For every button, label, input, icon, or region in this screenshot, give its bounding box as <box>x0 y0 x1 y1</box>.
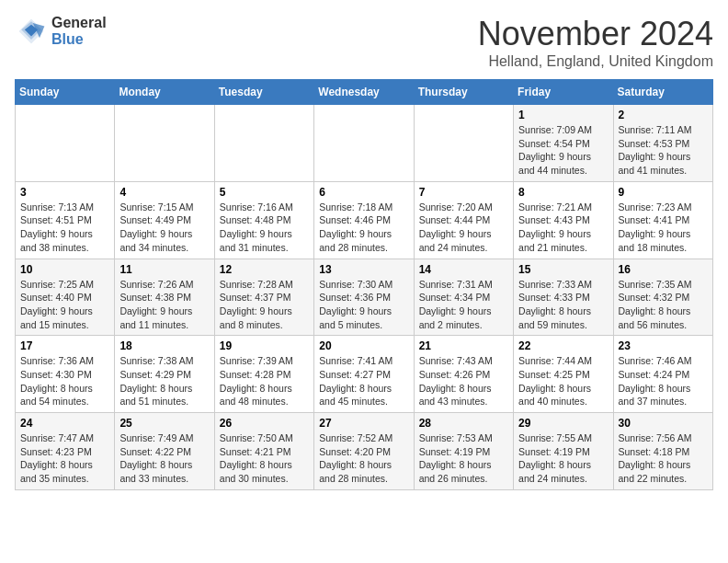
day-cell: 17Sunrise: 7:36 AM Sunset: 4:30 PM Dayli… <box>16 336 115 413</box>
day-number: 15 <box>518 263 608 276</box>
day-number: 2 <box>619 109 708 121</box>
day-number: 24 <box>20 417 109 430</box>
day-number: 4 <box>119 186 209 199</box>
day-number: 11 <box>119 263 209 276</box>
day-number: 23 <box>619 339 708 352</box>
day-info: Sunrise: 7:18 AM Sunset: 4:46 PM Dayligh… <box>319 201 408 255</box>
day-info: Sunrise: 7:23 AM Sunset: 4:41 PM Dayligh… <box>619 201 708 255</box>
day-number: 9 <box>619 186 708 199</box>
day-number: 22 <box>518 339 608 352</box>
day-info: Sunrise: 7:31 AM Sunset: 4:34 PM Dayligh… <box>419 278 508 332</box>
day-cell: 25Sunrise: 7:49 AM Sunset: 4:22 PM Dayli… <box>115 413 214 490</box>
day-cell: 20Sunrise: 7:41 AM Sunset: 4:27 PM Dayli… <box>314 336 414 413</box>
day-cell: 27Sunrise: 7:52 AM Sunset: 4:20 PM Dayli… <box>314 413 414 490</box>
day-number: 27 <box>319 417 408 430</box>
day-cell <box>115 105 214 182</box>
logo: General Blue <box>15 15 107 48</box>
day-number: 29 <box>518 417 608 430</box>
location-title: Helland, England, United Kingdom <box>478 53 713 70</box>
day-cell <box>314 105 414 182</box>
day-number: 20 <box>319 339 408 352</box>
day-number: 25 <box>119 417 209 430</box>
day-number: 12 <box>220 263 309 276</box>
header-cell-tuesday: Tuesday <box>214 80 313 105</box>
day-info: Sunrise: 7:56 AM Sunset: 4:18 PM Dayligh… <box>619 431 708 486</box>
day-cell: 14Sunrise: 7:31 AM Sunset: 4:34 PM Dayli… <box>414 259 513 336</box>
day-info: Sunrise: 7:11 AM Sunset: 4:53 PM Dayligh… <box>619 123 708 178</box>
day-info: Sunrise: 7:09 AM Sunset: 4:54 PM Dayligh… <box>518 123 608 178</box>
day-cell: 5Sunrise: 7:16 AM Sunset: 4:48 PM Daylig… <box>214 181 313 259</box>
day-info: Sunrise: 7:20 AM Sunset: 4:44 PM Dayligh… <box>419 201 508 255</box>
day-cell <box>16 105 115 182</box>
day-number: 17 <box>20 339 109 352</box>
week-row-4: 24Sunrise: 7:47 AM Sunset: 4:23 PM Dayli… <box>16 413 713 490</box>
header-cell-wednesday: Wednesday <box>314 80 414 105</box>
day-info: Sunrise: 7:49 AM Sunset: 4:22 PM Dayligh… <box>119 431 209 486</box>
month-title: November 2024 <box>478 15 713 53</box>
header-row: SundayMondayTuesdayWednesdayThursdayFrid… <box>16 80 713 105</box>
day-cell: 2Sunrise: 7:11 AM Sunset: 4:53 PM Daylig… <box>613 105 712 182</box>
day-number: 21 <box>419 339 508 352</box>
day-info: Sunrise: 7:36 AM Sunset: 4:30 PM Dayligh… <box>20 354 109 408</box>
day-info: Sunrise: 7:38 AM Sunset: 4:29 PM Dayligh… <box>119 354 209 408</box>
day-cell: 15Sunrise: 7:33 AM Sunset: 4:33 PM Dayli… <box>514 259 613 336</box>
day-cell: 22Sunrise: 7:44 AM Sunset: 4:25 PM Dayli… <box>514 336 613 413</box>
day-cell: 18Sunrise: 7:38 AM Sunset: 4:29 PM Dayli… <box>115 336 214 413</box>
title-area: November 2024 Helland, England, United K… <box>478 15 713 70</box>
day-cell <box>414 105 513 182</box>
day-info: Sunrise: 7:44 AM Sunset: 4:25 PM Dayligh… <box>518 354 608 408</box>
day-number: 3 <box>20 186 109 199</box>
day-info: Sunrise: 7:43 AM Sunset: 4:26 PM Dayligh… <box>419 354 508 408</box>
day-cell: 12Sunrise: 7:28 AM Sunset: 4:37 PM Dayli… <box>214 259 313 336</box>
day-number: 26 <box>220 417 309 430</box>
calendar-header: SundayMondayTuesdayWednesdayThursdayFrid… <box>16 80 713 105</box>
day-cell: 23Sunrise: 7:46 AM Sunset: 4:24 PM Dayli… <box>613 336 712 413</box>
header-cell-friday: Friday <box>514 80 613 105</box>
week-row-1: 3Sunrise: 7:13 AM Sunset: 4:51 PM Daylig… <box>16 181 713 259</box>
day-cell: 13Sunrise: 7:30 AM Sunset: 4:36 PM Dayli… <box>314 259 414 336</box>
logo-general: General <box>51 15 107 31</box>
day-number: 30 <box>619 417 708 430</box>
day-info: Sunrise: 7:35 AM Sunset: 4:32 PM Dayligh… <box>619 278 708 332</box>
day-cell: 1Sunrise: 7:09 AM Sunset: 4:54 PM Daylig… <box>514 105 613 182</box>
day-cell: 8Sunrise: 7:21 AM Sunset: 4:43 PM Daylig… <box>514 181 613 259</box>
day-cell: 10Sunrise: 7:25 AM Sunset: 4:40 PM Dayli… <box>16 259 115 336</box>
day-number: 13 <box>319 263 408 276</box>
day-info: Sunrise: 7:55 AM Sunset: 4:19 PM Dayligh… <box>518 431 608 486</box>
week-row-0: 1Sunrise: 7:09 AM Sunset: 4:54 PM Daylig… <box>16 105 713 182</box>
day-info: Sunrise: 7:53 AM Sunset: 4:19 PM Dayligh… <box>419 431 508 486</box>
calendar-body: 1Sunrise: 7:09 AM Sunset: 4:54 PM Daylig… <box>16 105 713 490</box>
day-info: Sunrise: 7:13 AM Sunset: 4:51 PM Dayligh… <box>20 201 109 255</box>
day-cell: 28Sunrise: 7:53 AM Sunset: 4:19 PM Dayli… <box>414 413 513 490</box>
logo-icon <box>15 15 48 48</box>
logo-blue: Blue <box>51 31 107 48</box>
day-cell: 4Sunrise: 7:15 AM Sunset: 4:49 PM Daylig… <box>115 181 214 259</box>
day-cell: 19Sunrise: 7:39 AM Sunset: 4:28 PM Dayli… <box>214 336 313 413</box>
day-info: Sunrise: 7:21 AM Sunset: 4:43 PM Dayligh… <box>518 201 608 255</box>
day-cell: 29Sunrise: 7:55 AM Sunset: 4:19 PM Dayli… <box>514 413 613 490</box>
day-cell: 16Sunrise: 7:35 AM Sunset: 4:32 PM Dayli… <box>613 259 712 336</box>
day-number: 28 <box>419 417 508 430</box>
day-cell: 21Sunrise: 7:43 AM Sunset: 4:26 PM Dayli… <box>414 336 513 413</box>
day-number: 7 <box>419 186 508 199</box>
day-info: Sunrise: 7:46 AM Sunset: 4:24 PM Dayligh… <box>619 354 708 408</box>
day-info: Sunrise: 7:39 AM Sunset: 4:28 PM Dayligh… <box>220 354 309 408</box>
week-row-3: 17Sunrise: 7:36 AM Sunset: 4:30 PM Dayli… <box>16 336 713 413</box>
day-number: 14 <box>419 263 508 276</box>
day-info: Sunrise: 7:33 AM Sunset: 4:33 PM Dayligh… <box>518 278 608 332</box>
day-cell: 6Sunrise: 7:18 AM Sunset: 4:46 PM Daylig… <box>314 181 414 259</box>
day-number: 1 <box>518 109 608 121</box>
day-info: Sunrise: 7:50 AM Sunset: 4:21 PM Dayligh… <box>220 431 309 486</box>
day-info: Sunrise: 7:41 AM Sunset: 4:27 PM Dayligh… <box>319 354 408 408</box>
day-cell: 3Sunrise: 7:13 AM Sunset: 4:51 PM Daylig… <box>16 181 115 259</box>
logo-text: General Blue <box>51 15 107 47</box>
day-number: 18 <box>119 339 209 352</box>
header-cell-monday: Monday <box>115 80 214 105</box>
day-cell: 30Sunrise: 7:56 AM Sunset: 4:18 PM Dayli… <box>613 413 712 490</box>
day-info: Sunrise: 7:28 AM Sunset: 4:37 PM Dayligh… <box>220 278 309 332</box>
header-cell-saturday: Saturday <box>613 80 712 105</box>
day-cell: 7Sunrise: 7:20 AM Sunset: 4:44 PM Daylig… <box>414 181 513 259</box>
day-info: Sunrise: 7:26 AM Sunset: 4:38 PM Dayligh… <box>119 278 209 332</box>
day-number: 10 <box>20 263 109 276</box>
week-row-2: 10Sunrise: 7:25 AM Sunset: 4:40 PM Dayli… <box>16 259 713 336</box>
